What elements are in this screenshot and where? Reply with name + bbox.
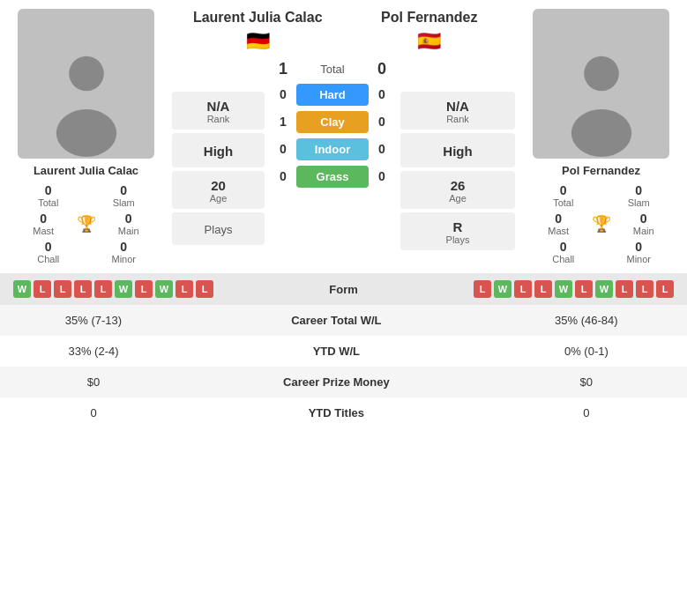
player1-rank-value: N/A bbox=[175, 99, 261, 114]
player1-score-hard: 0 bbox=[270, 87, 296, 101]
player2-score-total: 0 bbox=[369, 60, 395, 78]
player2-avatar bbox=[533, 9, 669, 159]
player2-total-value: 0 bbox=[533, 183, 594, 197]
player2-form-badges: LWLLWLWLLL bbox=[474, 280, 674, 298]
win-badge: W bbox=[13, 280, 31, 298]
player2-age-label: Age bbox=[404, 193, 512, 204]
player1-score-clay: 1 bbox=[270, 115, 296, 129]
table-row: $0 Career Prize Money $0 bbox=[0, 367, 687, 397]
player1-name: Laurent Julia Calac bbox=[34, 164, 138, 177]
player1-mast-label: Mast bbox=[18, 226, 70, 236]
player1-avatar bbox=[18, 9, 154, 159]
table-center-label: YTD Titles bbox=[187, 397, 486, 428]
win-badge: W bbox=[155, 280, 173, 298]
loss-badge: L bbox=[175, 280, 193, 298]
player2-rank-label: Rank bbox=[404, 114, 512, 124]
player1-form-badges: WLLLLWLWLL bbox=[13, 280, 213, 298]
svg-point-3 bbox=[571, 109, 631, 157]
player2-minor-value: 0 bbox=[609, 240, 670, 254]
table-row: 0 YTD Titles 0 bbox=[0, 397, 687, 428]
player1-chall-label: Chall bbox=[18, 254, 79, 264]
svg-point-2 bbox=[584, 56, 619, 92]
clay-badge: Clay bbox=[296, 111, 369, 133]
table-row: 33% (2-4) YTD W/L 0% (0-1) bbox=[0, 336, 687, 367]
player2-mast-stat: 0 Mast bbox=[533, 212, 585, 236]
hard-row: 0 Hard 0 bbox=[270, 84, 395, 106]
loss-badge: L bbox=[514, 280, 532, 298]
player2-flag: 🇪🇸 bbox=[344, 30, 516, 53]
player2-chall-value: 0 bbox=[533, 240, 594, 254]
player2-trophy-icon: 🏆 bbox=[592, 214, 611, 234]
svg-point-1 bbox=[56, 109, 116, 157]
table-p2-value: $0 bbox=[486, 367, 687, 397]
clay-row: 1 Clay 0 bbox=[270, 111, 395, 133]
total-label: Total bbox=[296, 63, 369, 76]
player1-total-label: Total bbox=[18, 197, 79, 208]
table-p1-value: 0 bbox=[0, 397, 187, 428]
player1-high-value: High bbox=[175, 144, 261, 159]
player1-main-stat: 0 Main bbox=[103, 212, 155, 236]
player2-score-indoor: 0 bbox=[369, 142, 395, 156]
player2-high-value: High bbox=[404, 144, 512, 159]
player1-rank-box: N/A Rank bbox=[172, 92, 265, 130]
player1-age-label: Age bbox=[175, 193, 261, 204]
player1-chall-value: 0 bbox=[18, 240, 79, 254]
player2-minor-stat: 0 Minor bbox=[609, 240, 670, 264]
player1-minor-label: Minor bbox=[93, 254, 155, 264]
player1-stat-boxes: N/A Rank High 20 Age Plays bbox=[172, 92, 265, 250]
player2-header: Pol Fernandez 🇪🇸 bbox=[344, 9, 516, 53]
player1-high-box: High bbox=[172, 133, 265, 167]
player2-plays-label: Plays bbox=[404, 234, 512, 245]
player1-header: Laurent Julia Calac 🇩🇪 bbox=[172, 9, 344, 53]
loss-badge: L bbox=[575, 280, 593, 298]
player1-minor-stat: 0 Minor bbox=[93, 240, 155, 264]
player1-age-box: 20 Age bbox=[172, 171, 265, 209]
player2-name: Pol Fernandez bbox=[562, 164, 640, 177]
player2-minor-label: Minor bbox=[609, 254, 670, 264]
player1-score-indoor: 0 bbox=[270, 142, 296, 156]
loss-badge: L bbox=[135, 280, 153, 298]
player1-flag: 🇩🇪 bbox=[172, 30, 344, 53]
player1-plays-label: Plays bbox=[175, 223, 261, 236]
table-p1-value: $0 bbox=[0, 367, 187, 397]
player1-slam-stat: 0 Slam bbox=[93, 183, 155, 208]
player1-slam-label: Slam bbox=[93, 197, 155, 208]
loss-badge: L bbox=[54, 280, 71, 298]
indoor-badge: Indoor bbox=[296, 138, 369, 160]
player1-score-total: 1 bbox=[270, 60, 296, 78]
form-section: WLLLLWLWLL Form LWLLWLWLLL bbox=[0, 273, 687, 305]
svg-point-0 bbox=[69, 56, 104, 92]
table-row: 35% (7-13) Career Total W/L 35% (46-84) bbox=[0, 305, 687, 336]
form-label: Form bbox=[213, 283, 474, 296]
player2-main-value: 0 bbox=[618, 212, 670, 226]
grass-badge: Grass bbox=[296, 166, 369, 188]
win-badge: W bbox=[595, 280, 613, 298]
table-p2-value: 0 bbox=[486, 397, 687, 428]
loss-badge: L bbox=[34, 280, 51, 298]
player2-main-label: Main bbox=[618, 226, 670, 236]
player2-total-label: Total bbox=[533, 197, 594, 208]
loss-badge: L bbox=[94, 280, 112, 298]
player2-score-hard: 0 bbox=[369, 87, 395, 101]
player2-slam-value: 0 bbox=[609, 183, 670, 197]
win-badge: W bbox=[115, 280, 132, 298]
player2-stat-boxes: N/A Rank High 26 Age R Plays bbox=[400, 92, 515, 250]
player2-rank-box: N/A Rank bbox=[400, 92, 515, 130]
player2-slam-label: Slam bbox=[609, 197, 670, 208]
win-badge: W bbox=[494, 280, 512, 298]
table-center-label: YTD W/L bbox=[187, 336, 486, 367]
player2-total-stat: 0 Total bbox=[533, 183, 594, 208]
player1-card: Laurent Julia Calac 0 Total 0 Slam 0 Mas… bbox=[4, 9, 168, 264]
total-row: 1 Total 0 bbox=[270, 60, 395, 78]
player1-total-stat: 0 Total bbox=[18, 183, 79, 208]
table-center-label: Career Prize Money bbox=[187, 367, 486, 397]
loss-badge: L bbox=[534, 280, 552, 298]
player1-plays-box: Plays bbox=[172, 212, 265, 245]
player2-plays-box: R Plays bbox=[400, 212, 515, 250]
player1-rank-label: Rank bbox=[175, 114, 261, 124]
table-p1-value: 35% (7-13) bbox=[0, 305, 187, 336]
player1-slam-value: 0 bbox=[93, 183, 155, 197]
loss-badge: L bbox=[636, 280, 653, 298]
player2-age-box: 26 Age bbox=[400, 171, 515, 209]
loss-badge: L bbox=[616, 280, 633, 298]
